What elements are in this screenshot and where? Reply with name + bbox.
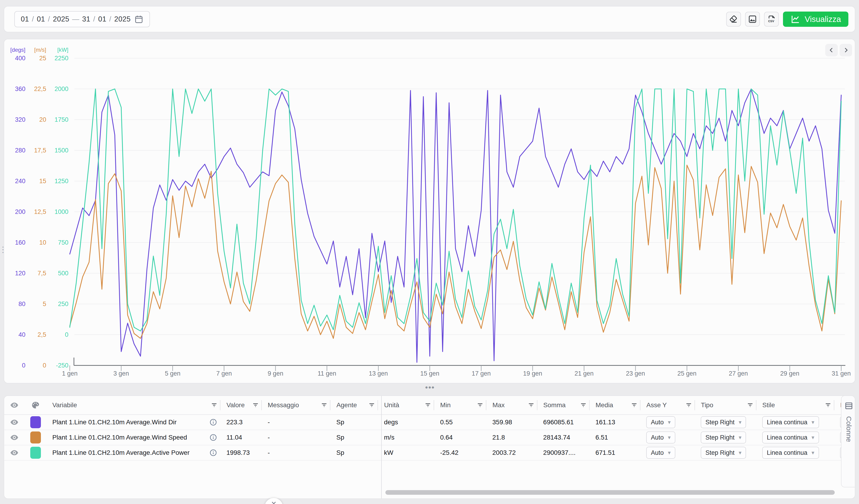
row-visibility-toggle[interactable]	[4, 415, 24, 430]
stile-select[interactable]: Linea continua▾	[762, 447, 819, 459]
series-table-panel: Variabile Valore Messaggio Agente Unità …	[4, 395, 855, 499]
filter-icon[interactable]	[580, 402, 587, 409]
tipo-select[interactable]: Step Right▾	[701, 416, 746, 428]
asse_y-select[interactable]: Auto▾	[646, 447, 675, 459]
column-header-label: Max	[486, 401, 504, 409]
color-column-header[interactable]	[24, 396, 46, 414]
left-panel-grip[interactable]: ⋮	[0, 247, 2, 261]
asse_y-select[interactable]: Auto▾	[646, 431, 675, 443]
filter-icon[interactable]	[825, 402, 831, 409]
cell-messaggio: -	[261, 430, 330, 445]
pan-left-button[interactable]	[825, 44, 838, 56]
clear-chart-button[interactable]	[726, 12, 741, 27]
date-segment[interactable]: 01	[98, 15, 106, 23]
stile-select[interactable]: Linea continua▾	[762, 416, 819, 428]
date-segment[interactable]: 2025	[53, 15, 69, 23]
row-visibility-toggle[interactable]	[4, 445, 24, 460]
chart-plot[interactable]	[4, 39, 855, 383]
panel-resize-handle[interactable]: •••	[425, 386, 434, 391]
cell-valore: 11.04	[221, 430, 261, 445]
tipo-select[interactable]: Step Right▾	[701, 447, 746, 459]
visualizza-button[interactable]: Visualizza	[783, 12, 848, 27]
asse_y-select[interactable]: Auto▾	[646, 416, 675, 428]
column-header-agente[interactable]: Agente	[330, 396, 378, 414]
column-header-label: Media	[590, 401, 613, 409]
column-header-valore[interactable]: Valore	[221, 396, 262, 414]
cell-value: Sp	[330, 449, 344, 456]
series-color-cell[interactable]	[24, 445, 46, 460]
x-tick-label: 3 gen	[114, 370, 129, 377]
colonne-side-tab[interactable]: Colonne	[841, 395, 855, 487]
date-segment[interactable]: 01	[37, 15, 45, 23]
column-header-somma[interactable]: Somma	[538, 396, 590, 414]
tipo-value: Step Right	[705, 449, 735, 456]
visibility-column-header[interactable]	[4, 396, 24, 414]
chart-panel: [degs][m/s][kW] 400360320280240200160120…	[4, 39, 855, 383]
series-color-cell[interactable]	[24, 415, 46, 430]
cell-unita: kW	[378, 445, 434, 460]
horizontal-scrollbar[interactable]	[386, 490, 835, 495]
variable-name: Plant 1.Line 01.CH2.10m Average.Active P…	[46, 449, 190, 456]
pan-right-button[interactable]	[840, 44, 852, 56]
series-color-cell[interactable]	[24, 430, 46, 445]
cell-agente: Sp	[330, 430, 378, 445]
filter-icon[interactable]	[321, 402, 328, 409]
csv-icon: CSV	[767, 14, 776, 24]
table-row[interactable]: Plant 1.Line 01.CH2.10m Average.Wind Dir…	[4, 415, 855, 430]
column-header-label: Somma	[538, 401, 566, 409]
asse_y-value: Auto	[651, 434, 664, 441]
chevron-down-icon: ▾	[668, 419, 671, 426]
column-header-label: Stile	[756, 401, 775, 409]
filter-icon[interactable]	[747, 402, 754, 409]
cell-asse_y: Auto▾	[640, 430, 695, 445]
column-header-media[interactable]: Media	[590, 396, 641, 414]
column-header-max[interactable]: Max	[486, 396, 537, 414]
filter-icon[interactable]	[631, 402, 638, 409]
series-color-swatch[interactable]	[30, 431, 41, 443]
calendar-icon[interactable]	[134, 15, 144, 24]
column-header-asse_y[interactable]: Asse Y	[641, 396, 695, 414]
date-segment[interactable]: 01	[21, 15, 29, 23]
tipo-value: Step Right	[705, 419, 735, 426]
stile-select[interactable]: Linea continua▾	[762, 431, 819, 443]
filter-icon[interactable]	[528, 402, 534, 409]
filter-icon[interactable]	[477, 402, 484, 409]
chevron-down-icon: ▾	[812, 449, 814, 456]
date-segment[interactable]: 2025	[114, 15, 131, 23]
filter-icon[interactable]	[424, 402, 431, 409]
table-row[interactable]: Plant 1.Line 01.CH2.10m Average.Active P…	[4, 445, 855, 461]
date-segment[interactable]: 31	[82, 15, 90, 23]
cell-value: -	[261, 449, 270, 456]
cell-value: -25.42	[434, 449, 458, 456]
export-csv-button[interactable]: CSV	[764, 12, 779, 27]
column-header-unita[interactable]: Unità	[378, 396, 434, 414]
column-header-min[interactable]: Min	[434, 396, 486, 414]
export-image-button[interactable]	[745, 12, 760, 27]
filter-icon[interactable]	[368, 402, 375, 409]
columns-icon	[844, 401, 853, 410]
table-row[interactable]: Plant 1.Line 01.CH2.10m Average.Wind Spe…	[4, 430, 855, 445]
column-header-stile[interactable]: Stile	[756, 396, 834, 414]
filter-icon[interactable]	[252, 402, 259, 409]
date-range-picker[interactable]: 01 / 01 / 2025 — 31 / 01 / 2025	[14, 11, 150, 27]
x-tick-label: 23 gen	[626, 370, 645, 377]
chevron-left-icon	[828, 47, 835, 54]
x-tick-label: 1 gen	[62, 370, 78, 377]
filter-icon[interactable]	[211, 402, 217, 409]
info-icon[interactable]	[209, 418, 217, 426]
info-icon[interactable]	[209, 433, 217, 441]
filter-icon[interactable]	[685, 402, 692, 409]
column-header-tipo[interactable]: Tipo	[695, 396, 756, 414]
date-segment: /	[93, 15, 95, 23]
row-visibility-toggle[interactable]	[4, 430, 24, 445]
column-header-messaggio[interactable]: Messaggio	[262, 396, 331, 414]
info-icon[interactable]	[209, 449, 217, 457]
tipo-select[interactable]: Step Right▾	[701, 431, 746, 443]
series-color-swatch[interactable]	[30, 447, 41, 459]
stile-value: Linea continua	[767, 449, 808, 456]
series-color-swatch[interactable]	[30, 416, 41, 428]
column-header-variable[interactable]: Variabile	[46, 396, 221, 414]
chevron-down-icon: ▾	[668, 449, 671, 456]
date-range-value: 01 / 01 / 2025 — 31 / 01 / 2025	[21, 15, 131, 23]
cell-value: 0.64	[434, 434, 453, 441]
